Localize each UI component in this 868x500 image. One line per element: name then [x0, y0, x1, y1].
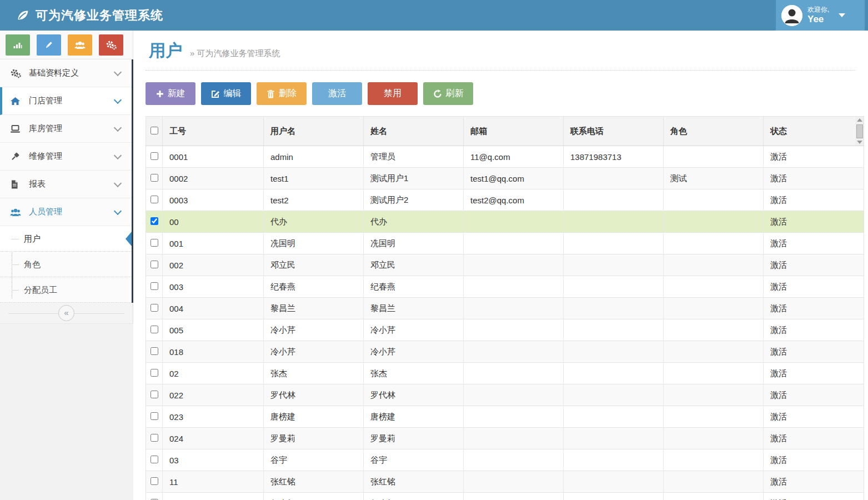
app-title: 可为汽修业务管理系统	[36, 7, 163, 24]
table-row[interactable]: 0002test1测试用户1test1@qq.com测试激活	[146, 168, 864, 189]
row-checkbox[interactable]	[150, 304, 158, 312]
user-menu[interactable]: 欢迎你, Yee	[776, 0, 865, 31]
row-checkbox[interactable]	[150, 477, 158, 485]
table-row[interactable]: 005冷小芹冷小芹激活	[146, 319, 864, 341]
edit-button[interactable]: 编辑	[201, 82, 251, 105]
table-row[interactable]: 023唐榜建唐榜建激活	[146, 406, 864, 428]
table-cell	[464, 406, 564, 428]
table-row[interactable]: 022罗代林罗代林激活	[146, 384, 864, 406]
column-header-phone[interactable]: 联系电话	[564, 117, 664, 146]
row-checkbox-cell	[146, 298, 163, 319]
scrollbar-spacer-cell	[855, 428, 864, 449]
table-row[interactable]: 00代办代办激活	[146, 211, 864, 233]
row-checkbox[interactable]	[150, 174, 158, 182]
chevron-down-icon	[114, 96, 122, 103]
sidebar-item-reports[interactable]: 报表	[0, 171, 132, 198]
table-cell	[664, 363, 764, 384]
column-header-name[interactable]: 姓名	[364, 117, 464, 146]
row-checkbox[interactable]	[150, 152, 158, 160]
row-checkbox[interactable]	[150, 326, 158, 333]
table-cell: 02	[163, 363, 264, 384]
scrollbar-spacer-cell	[855, 146, 864, 168]
scrollbar-thumb[interactable]	[856, 124, 863, 138]
row-checkbox[interactable]	[150, 412, 158, 420]
table-cell: 邓立民	[364, 254, 464, 276]
quick-edit-button[interactable]	[37, 34, 61, 56]
table-cell: 黎昌兰	[264, 298, 364, 319]
row-checkbox[interactable]	[150, 261, 158, 268]
table-row[interactable]: 024罗曼莉罗曼莉激活	[146, 428, 864, 449]
scrollbar-spacer-cell	[855, 298, 864, 319]
activate-button[interactable]: 激活	[312, 82, 362, 105]
scroll-down-icon[interactable]	[857, 141, 862, 144]
scrollbar-spacer-cell	[855, 211, 864, 233]
column-header-username[interactable]: 用户名	[264, 117, 364, 146]
refresh-button[interactable]: 刷新	[423, 82, 473, 105]
table-row[interactable]: 03谷宇谷宇激活	[146, 449, 864, 471]
row-checkbox[interactable]	[150, 196, 158, 203]
sidebar-collapse-button[interactable]: «	[58, 305, 74, 321]
sidebar-item-basic-data[interactable]: 基础资料定义	[0, 59, 132, 87]
table-cell: 激活	[764, 406, 855, 428]
table-vertical-scrollbar[interactable]	[855, 117, 864, 146]
row-checkbox[interactable]	[150, 239, 158, 247]
row-checkbox[interactable]	[150, 282, 158, 290]
table-cell: 冷小芹	[264, 319, 364, 341]
table-row[interactable]: 12何晓红何晓红激活	[146, 493, 864, 500]
table-cell: 11	[163, 471, 264, 493]
table-cell: 12	[163, 493, 264, 500]
scrollbar-spacer-cell	[855, 363, 864, 384]
sidebar-subitem-label: 角色	[24, 259, 41, 269]
table-cell: 激活	[764, 449, 855, 471]
breadcrumb-separator: »	[190, 48, 194, 58]
table-row[interactable]: 001冼国明冼国明激活	[146, 233, 864, 254]
table-scrollbar-cell	[855, 117, 864, 146]
new-button[interactable]: 新建	[145, 82, 195, 105]
table-cell: 张杰	[364, 363, 464, 384]
table-cell	[464, 319, 564, 341]
table-row[interactable]: 11张红铭张红铭激活	[146, 471, 864, 493]
quick-chart-button[interactable]	[6, 34, 30, 56]
top-header: 可为汽修业务管理系统 欢迎你, Yee	[0, 0, 868, 31]
table-row[interactable]: 004黎昌兰黎昌兰激活	[146, 298, 864, 319]
table-row[interactable]: 018冷小芹冷小芹激活	[146, 341, 864, 363]
table-cell	[464, 233, 564, 254]
scroll-up-icon[interactable]	[857, 118, 862, 122]
disable-button[interactable]: 禁用	[368, 82, 418, 105]
row-checkbox[interactable]	[150, 369, 158, 377]
table-cell: 罗曼莉	[264, 428, 364, 449]
scrollbar-spacer-cell	[855, 449, 864, 471]
sidebar-item-warehouse[interactable]: 库房管理	[0, 115, 132, 143]
table-row[interactable]: 002邓立民邓立民激活	[146, 254, 864, 276]
table-cell	[464, 298, 564, 319]
row-checkbox[interactable]	[150, 391, 158, 398]
quick-settings-button[interactable]	[99, 34, 123, 56]
column-header-role[interactable]: 角色	[664, 117, 764, 146]
table-row[interactable]: 0001admin管理员11@q.com13871983713激活	[146, 146, 864, 168]
table-row[interactable]: 003纪春燕纪春燕激活	[146, 276, 864, 298]
row-checkbox[interactable]	[150, 217, 158, 225]
column-header-status[interactable]: 状态	[764, 117, 855, 146]
sidebar-item-stores[interactable]: 门店管理	[0, 87, 132, 115]
column-header-id[interactable]: 工号	[163, 117, 264, 146]
row-checkbox[interactable]	[150, 434, 158, 442]
laptop-icon	[10, 124, 22, 134]
row-checkbox[interactable]	[150, 456, 158, 463]
scrollbar-spacer-cell	[855, 276, 864, 298]
quick-users-button[interactable]	[68, 34, 92, 56]
select-all-checkbox[interactable]	[150, 127, 158, 134]
sidebar-subitem-users[interactable]: 用户	[0, 226, 132, 252]
table-row[interactable]: 02张杰张杰激活	[146, 363, 864, 384]
delete-button[interactable]: 删除	[257, 82, 307, 105]
table-cell: 激活	[764, 146, 855, 168]
column-header-email[interactable]: 邮箱	[464, 117, 564, 146]
sidebar-subitem-roles[interactable]: 角色	[0, 252, 132, 277]
table-cell: admin	[264, 146, 364, 168]
sidebar-item-personnel[interactable]: 人员管理	[0, 198, 132, 226]
table-row[interactable]: 0003test2测试用户2test2@qq.com激活	[146, 189, 864, 211]
row-checkbox[interactable]	[150, 347, 158, 355]
table-cell: test2@qq.com	[464, 189, 564, 211]
sidebar-item-repair[interactable]: 维修管理	[0, 143, 132, 171]
user-greeting: 欢迎你,	[807, 6, 829, 14]
sidebar-subitem-assign-staff[interactable]: 分配员工	[0, 277, 132, 303]
